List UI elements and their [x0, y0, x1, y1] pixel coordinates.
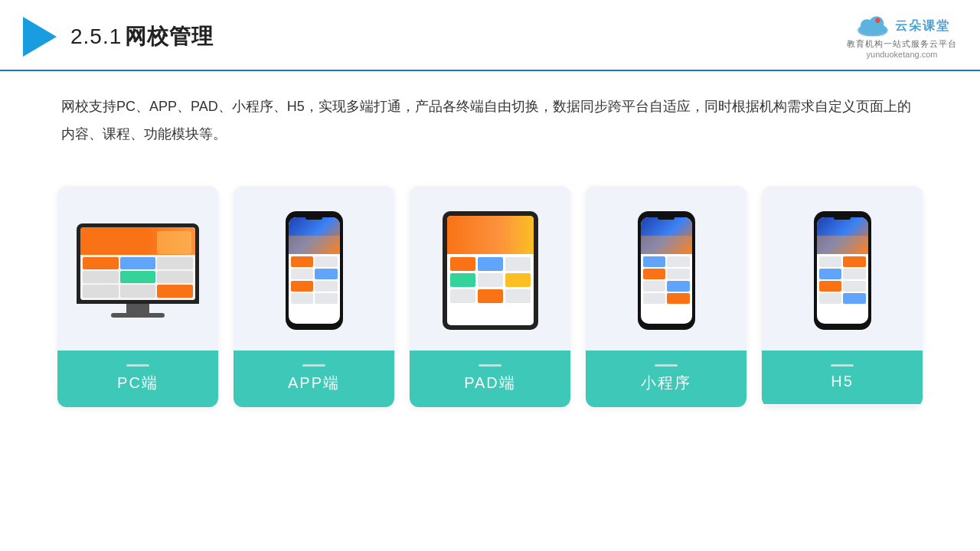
phone-mockup-mini: [638, 211, 695, 330]
card-label-pad: PAD端: [410, 350, 570, 407]
card-pc: PC端: [57, 186, 218, 407]
page-title: 2.5.1网校管理: [70, 22, 214, 51]
svg-point-8: [875, 18, 880, 23]
phone-mockup-app: [286, 211, 343, 330]
logo-text: 云朵课堂: [895, 18, 950, 34]
phone-mockup-h5: [814, 211, 871, 330]
card-h5: H5: [762, 186, 923, 407]
header-left: 2.5.1网校管理: [23, 17, 214, 57]
card-image-miniprogram: [586, 186, 746, 350]
pc-mockup: [77, 223, 199, 318]
card-image-h5: [762, 186, 923, 350]
card-image-pc: [57, 186, 218, 350]
tablet-mockup: [443, 211, 538, 330]
card-image-pad: [410, 186, 570, 350]
card-label-h5: H5: [762, 350, 923, 404]
logo-cloud: 云朵课堂: [854, 14, 950, 38]
cloud-icon: [854, 14, 891, 38]
card-pad: PAD端: [410, 186, 570, 407]
logo-sub: 教育机构一站式服务云平台: [847, 38, 957, 50]
cards-container: PC端: [0, 163, 980, 430]
card-app: APP端: [234, 186, 394, 407]
svg-point-7: [859, 24, 886, 34]
card-label-miniprogram: 小程序: [586, 350, 746, 407]
card-label-pc: PC端: [57, 350, 218, 407]
card-miniprogram: 小程序: [586, 186, 746, 407]
description-text: 网校支持PC、APP、PAD、小程序、H5，实现多端打通，产品各终端自由切换，数…: [0, 71, 980, 155]
card-label-app: APP端: [234, 350, 394, 407]
card-image-app: [234, 186, 394, 350]
header: 2.5.1网校管理 云朵课堂 教育机构一站式服务云平台 yunduoketang…: [0, 0, 980, 71]
logo-url: yunduoketang.com: [867, 50, 938, 59]
play-icon: [23, 17, 57, 57]
logo-area: 云朵课堂 教育机构一站式服务云平台 yunduoketang.com: [847, 14, 957, 59]
